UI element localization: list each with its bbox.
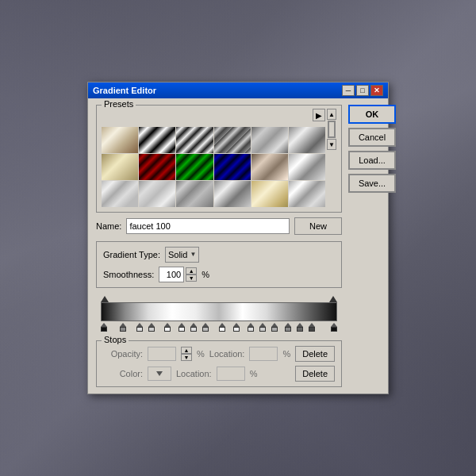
gradient-type-arrow: ▼ (190, 251, 196, 258)
scroll-track (328, 121, 336, 138)
color-stop-8[interactable] (219, 323, 225, 332)
opacity-location-unit: % (282, 349, 290, 359)
preset-item[interactable] (214, 154, 251, 180)
preset-item[interactable] (176, 181, 213, 207)
color-stop-0[interactable] (101, 323, 107, 332)
gradient-bar[interactable] (101, 302, 337, 321)
preset-item[interactable] (102, 154, 138, 180)
preset-item[interactable] (251, 127, 288, 153)
opacity-up-button[interactable]: ▲ (181, 347, 192, 354)
opacity-input[interactable] (148, 347, 176, 361)
smoothness-row: Smoothness: ▲ ▼ % (103, 267, 335, 282)
color-delete-button[interactable]: Delete (295, 366, 335, 382)
scroll-down-button[interactable]: ▼ (327, 139, 336, 150)
preset-item[interactable] (102, 127, 138, 153)
opacity-stop-row: Opacity: ▲ ▼ % Location: % Delete (103, 346, 335, 362)
smoothness-input-group: ▲ ▼ (159, 267, 197, 282)
color-stop-11[interactable] (259, 323, 266, 332)
gradient-editor-dialog: Gradient Editor ─ □ ✕ Presets ▶ (87, 82, 389, 394)
save-button[interactable]: Save... (348, 174, 396, 193)
color-location-label: Location: (176, 369, 212, 378)
color-swatch-arrow (156, 371, 163, 376)
preset-item[interactable] (176, 154, 213, 180)
gradient-preview-area (96, 293, 342, 336)
preset-item[interactable] (139, 127, 175, 153)
stops-group: Stops Opacity: ▲ ▼ % Location: % Delete … (96, 340, 342, 387)
color-stop-row: Color: Location: % Delete (103, 366, 335, 382)
preset-item[interactable] (289, 127, 325, 153)
presets-group: Presets ▶ (96, 105, 342, 213)
color-stop-13[interactable] (285, 323, 291, 332)
gradient-type-select[interactable]: Solid ▼ (165, 247, 199, 263)
load-button[interactable]: Load... (348, 151, 396, 170)
gradient-type-label: Gradient Type: (103, 250, 160, 259)
smoothness-spinners: ▲ ▼ (186, 267, 197, 282)
color-location-input[interactable] (217, 367, 245, 381)
opacity-unit: % (197, 349, 205, 359)
color-stop-5[interactable] (178, 323, 185, 332)
color-location-unit: % (250, 369, 258, 378)
color-stop-4[interactable] (164, 323, 171, 332)
close-button[interactable]: ✕ (370, 85, 383, 96)
presets-scrollbar[interactable]: ▲ ▼ (327, 109, 336, 150)
smoothness-unit: % (202, 270, 209, 279)
opacity-down-button[interactable]: ▼ (181, 354, 192, 361)
gradient-settings-box: Gradient Type: Solid ▼ Smoothness: ▲ ▼ (96, 241, 342, 288)
color-stop-12[interactable] (271, 323, 278, 332)
color-stop-16[interactable] (331, 323, 337, 332)
scroll-thumb[interactable] (328, 121, 335, 137)
name-label: Name: (96, 221, 121, 231)
gradient-type-row: Gradient Type: Solid ▼ (103, 247, 335, 263)
preset-item[interactable] (176, 127, 213, 153)
color-stop-3[interactable] (148, 323, 155, 332)
name-input[interactable] (126, 218, 290, 234)
dialog-title: Gradient Editor (93, 86, 156, 95)
smoothness-down-button[interactable]: ▼ (186, 274, 197, 282)
opacity-stop-right[interactable] (329, 296, 337, 302)
color-stop-2[interactable] (136, 323, 143, 332)
cancel-button[interactable]: Cancel (348, 128, 396, 147)
opacity-spinners: ▲ ▼ (181, 347, 192, 361)
preset-item[interactable] (214, 181, 251, 207)
opacity-location-input[interactable] (249, 347, 278, 361)
smoothness-up-button[interactable]: ▲ (186, 267, 197, 274)
color-stop-15[interactable] (309, 323, 315, 332)
name-row: Name: New (96, 217, 342, 235)
preset-item[interactable] (289, 154, 325, 180)
opacity-delete-button[interactable]: Delete (295, 346, 335, 362)
preset-item[interactable] (214, 127, 251, 153)
minimize-button[interactable]: ─ (342, 85, 355, 96)
color-stop-7[interactable] (202, 323, 209, 332)
dialog-body: Presets ▶ (88, 98, 388, 393)
opacity-label: Opacity: (103, 349, 143, 359)
color-stop-9[interactable] (233, 323, 240, 332)
scroll-up-button[interactable]: ▲ (327, 109, 336, 120)
stops-label: Stops (102, 335, 129, 344)
preset-item[interactable] (251, 181, 288, 207)
presets-expand-button[interactable]: ▶ (313, 109, 325, 121)
gradient-bar-wrapper (96, 302, 342, 321)
title-bar-buttons: ─ □ ✕ (342, 85, 383, 96)
color-stop-1[interactable] (120, 323, 126, 332)
restore-button[interactable]: □ (356, 85, 369, 96)
ok-button[interactable]: OK (348, 105, 396, 124)
color-stop-label: Color: (103, 369, 143, 378)
right-panel: OK Cancel Load... Save... (348, 105, 396, 387)
opacity-stop-left[interactable] (101, 296, 109, 302)
presets-grid (102, 127, 325, 207)
color-stop-10[interactable] (248, 323, 254, 332)
color-swatch[interactable] (148, 367, 171, 381)
opacity-location-label: Location: (209, 349, 245, 359)
preset-item[interactable] (251, 154, 288, 180)
color-stop-6[interactable] (190, 323, 197, 332)
presets-label: Presets (102, 99, 136, 109)
color-stop-14[interactable] (297, 323, 303, 332)
new-button[interactable]: New (294, 217, 342, 235)
smoothness-input[interactable] (159, 267, 184, 282)
preset-item[interactable] (102, 181, 138, 207)
preset-item[interactable] (289, 181, 325, 207)
preset-item[interactable] (139, 181, 175, 207)
preset-item[interactable] (139, 154, 175, 180)
smoothness-label: Smoothness: (103, 270, 154, 279)
left-panel: Presets ▶ (96, 105, 342, 387)
